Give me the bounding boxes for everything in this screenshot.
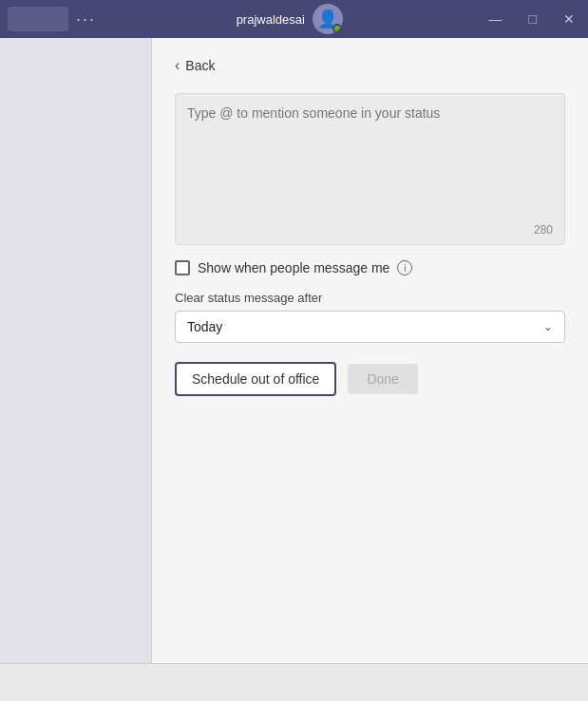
action-row: Schedule out of office Done bbox=[175, 362, 565, 396]
bottom-bar bbox=[0, 663, 588, 701]
back-button[interactable]: ‹ Back bbox=[175, 57, 565, 74]
status-dot bbox=[332, 24, 342, 33]
schedule-out-of-office-button[interactable]: Schedule out of office bbox=[175, 362, 336, 396]
close-button[interactable]: ✕ bbox=[558, 9, 580, 28]
username-label: prajwaldesai bbox=[237, 12, 305, 27]
show-when-message-checkbox[interactable] bbox=[175, 260, 190, 275]
back-arrow-icon: ‹ bbox=[175, 57, 180, 74]
content-panel: ‹ Back 280 Show when people message me i… bbox=[152, 38, 588, 663]
info-icon[interactable]: i bbox=[397, 260, 412, 275]
app-logo-placeholder bbox=[8, 7, 68, 31]
title-bar-controls: — □ ✕ bbox=[484, 9, 580, 28]
char-count: 280 bbox=[534, 223, 553, 237]
title-bar-left: ··· bbox=[8, 7, 96, 31]
title-bar-center: prajwaldesai 👤 bbox=[237, 4, 343, 34]
status-input[interactable] bbox=[187, 105, 553, 229]
checkbox-row: Show when people message me i bbox=[175, 260, 565, 275]
checkbox-label: Show when people message me bbox=[198, 260, 389, 275]
chevron-down-icon: ⌄ bbox=[543, 320, 553, 333]
done-button[interactable]: Done bbox=[348, 364, 417, 394]
title-bar: ··· prajwaldesai 👤 — □ ✕ bbox=[0, 0, 588, 38]
avatar[interactable]: 👤 bbox=[313, 4, 343, 34]
dropdown-selected-value: Today bbox=[187, 319, 222, 334]
status-textarea-container: 280 bbox=[175, 93, 565, 245]
clear-status-label: Clear status message after bbox=[175, 291, 565, 305]
clear-after-dropdown[interactable]: Today ⌄ bbox=[175, 311, 565, 343]
more-options-icon[interactable]: ··· bbox=[76, 9, 96, 29]
main-layout: ‹ Back 280 Show when people message me i… bbox=[0, 38, 588, 663]
maximize-button[interactable]: □ bbox=[523, 9, 542, 28]
sidebar bbox=[0, 38, 152, 663]
back-label: Back bbox=[185, 58, 215, 73]
minimize-button[interactable]: — bbox=[484, 9, 508, 28]
